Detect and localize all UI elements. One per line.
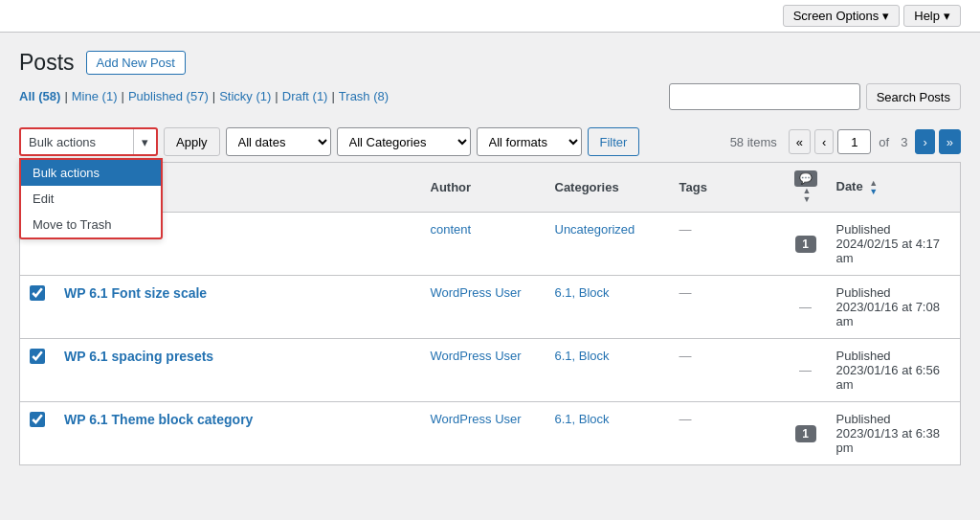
filter-sticky-count: 1 [260, 89, 267, 103]
date-value: 2024/02/15 at 4:17 am [836, 237, 951, 265]
filter-draft-count: 1 [317, 89, 323, 103]
comment-bubble-icon: 💬 [794, 170, 817, 187]
next-page-button[interactable]: › [915, 129, 934, 154]
filter-published[interactable]: Published (57) [128, 89, 209, 103]
row-date-cell: Published2024/02/15 at 4:17 am [827, 213, 961, 276]
no-comments: — [799, 363, 812, 377]
help-button[interactable]: Help ▾ [903, 5, 961, 27]
category-filter-select[interactable]: All Categories [337, 127, 471, 156]
date-filter-select[interactable]: All dates [226, 127, 331, 156]
current-page-input[interactable] [837, 129, 871, 154]
row-checkbox[interactable] [30, 285, 45, 301]
last-page-button[interactable]: » [939, 129, 961, 154]
search-posts-button[interactable]: Search Posts [866, 83, 961, 110]
row-categories-cell: Uncategorized [546, 213, 670, 276]
comment-count-badge[interactable]: 1 [795, 425, 816, 442]
date-status: Published [836, 285, 951, 300]
category-link[interactable]: 6.1, Block [555, 412, 610, 426]
filter-sticky[interactable]: Sticky (1) [219, 89, 271, 103]
filter-draft-label: Draft [282, 89, 309, 103]
total-pages: 3 [901, 135, 907, 149]
row-title-cell: WP 6.1 Font size scale [55, 276, 421, 339]
bulk-actions-option-edit[interactable]: Edit [21, 186, 161, 212]
row-checkbox-cell [20, 276, 56, 339]
row-checkbox[interactable] [30, 349, 45, 364]
first-page-button[interactable]: « [789, 129, 811, 154]
bulk-actions-option-bulk[interactable]: Bulk actions [21, 160, 161, 186]
filter-all-label: All [19, 89, 35, 103]
filter-trash[interactable]: Trash (8) [339, 89, 389, 103]
bulk-actions-trigger-text: Bulk actions [21, 132, 133, 152]
category-link[interactable]: Uncategorized [555, 222, 635, 237]
row-checkbox[interactable] [30, 412, 45, 427]
filter-all-count: 58 [43, 89, 56, 103]
format-filter-select[interactable]: All formats [477, 127, 582, 156]
post-title-link[interactable]: WP 6.1 Theme block category [64, 412, 253, 427]
col-categories-header: Categories [546, 163, 670, 213]
category-link[interactable]: 6.1, Block [555, 285, 610, 300]
bulk-actions-dropdown: Bulk actions Edit Move to Trash [19, 158, 163, 239]
filter-draft[interactable]: Draft (1) [282, 89, 328, 103]
row-comments-cell: — [785, 339, 827, 402]
col-tags-header: Tags [670, 163, 785, 213]
screen-options-arrow-icon: ▾ [882, 9, 889, 23]
author-link[interactable]: WordPress User [431, 285, 522, 300]
post-title-link[interactable]: WP 6.1 spacing presets [64, 349, 213, 364]
table-row: WP 6.1 Font size scaleWordPress User6.1,… [20, 276, 961, 339]
help-label: Help [914, 9, 940, 23]
table-row: WP 6.1 Theme block categoryWordPress Use… [20, 402, 961, 465]
filter-button[interactable]: Filter [588, 127, 640, 156]
items-count: 58 items [730, 135, 777, 149]
add-new-post-button[interactable]: Add New Post [86, 51, 186, 75]
of-label: of [879, 135, 889, 149]
row-comments-cell: 1 [785, 402, 827, 465]
help-arrow-icon: ▾ [944, 9, 950, 23]
row-tags-cell: — [670, 402, 785, 465]
filter-sticky-label: Sticky [219, 89, 253, 103]
row-comments-cell: 1 [785, 213, 827, 276]
date-value: 2023/01/16 at 7:08 am [836, 300, 951, 328]
row-tags-cell: — [670, 276, 785, 339]
comment-count-badge[interactable]: 1 [795, 236, 816, 253]
row-author-cell: WordPress User [421, 276, 546, 339]
prev-page-button[interactable]: ‹ [814, 129, 834, 154]
row-date-cell: Published2023/01/13 at 6:38 pm [827, 402, 961, 465]
filter-all[interactable]: All (58) [19, 89, 60, 103]
author-link[interactable]: WordPress User [431, 412, 522, 426]
col-date-header[interactable]: Date ▲ ▼ [827, 163, 961, 213]
row-author-cell: content [421, 213, 546, 276]
row-checkbox-cell [20, 402, 56, 465]
search-input[interactable] [669, 83, 860, 110]
row-categories-cell: 6.1, Block [546, 276, 670, 339]
author-link[interactable]: content [431, 222, 472, 237]
main-content: Posts Add New Post All (58) | Mine (1) |… [0, 33, 980, 485]
row-categories-cell: 6.1, Block [546, 402, 670, 465]
date-status: Published [836, 412, 951, 426]
bulk-actions-trigger[interactable]: Bulk actions ▾ [19, 127, 158, 156]
date-value: 2023/01/16 at 6:56 am [836, 363, 951, 392]
sort-arrows-date: ▲ ▼ [869, 179, 878, 196]
category-link[interactable]: 6.1, Block [555, 349, 610, 363]
author-link[interactable]: WordPress User [431, 349, 522, 363]
filter-trash-count: 8 [378, 89, 385, 103]
subsubsub: All (58) | Mine (1) | Published (57) | S… [19, 89, 389, 103]
post-title-link[interactable]: WP 6.1 Font size scale [64, 285, 207, 301]
date-value: 2023/01/13 at 6:38 pm [836, 426, 951, 455]
col-comments-header[interactable]: 💬 ▲ ▼ [785, 163, 827, 213]
row-comments-cell: — [785, 276, 827, 339]
chevron-down-icon: ▾ [133, 129, 156, 154]
pagination: 58 items « ‹ of 3 › » [730, 129, 961, 154]
col-author-header: Author [421, 163, 546, 213]
bulk-actions-option-trash[interactable]: Move to Trash [21, 212, 161, 237]
row-title-cell: WP 6.1 Theme block category [55, 402, 421, 465]
bulk-actions-outer: Bulk actions ▾ Bulk actions Edit Move to… [19, 127, 158, 156]
filter-mine-label: Mine [72, 89, 99, 103]
row-date-cell: Published2023/01/16 at 7:08 am [827, 276, 961, 339]
table-row: WP 6.1 spacing presetsWordPress User6.1,… [20, 339, 961, 402]
filter-mine[interactable]: Mine (1) [72, 89, 118, 103]
filter-trash-label: Trash [339, 89, 370, 103]
no-comments: — [799, 300, 812, 314]
date-status: Published [836, 349, 951, 363]
screen-options-button[interactable]: Screen Options ▾ [783, 5, 901, 27]
apply-button[interactable]: Apply [164, 127, 220, 156]
